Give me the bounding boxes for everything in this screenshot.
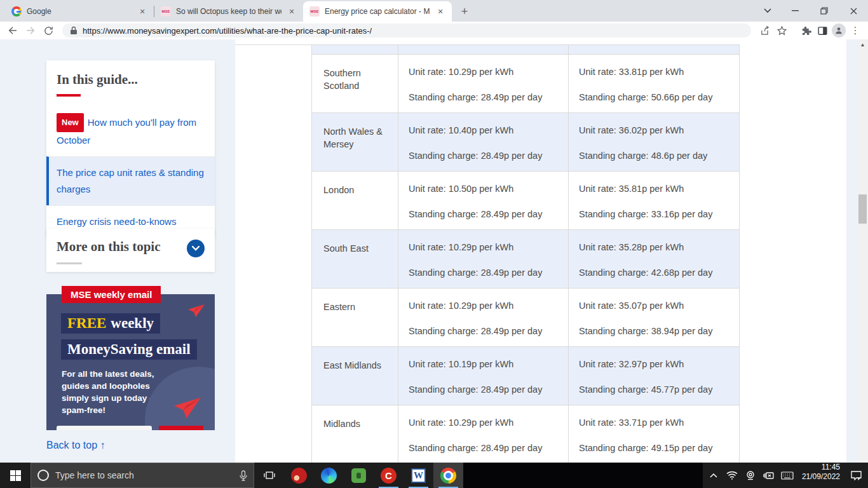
new-badge: New <box>57 113 84 132</box>
article-content-area: Southern Scotland Unit rate: 10.29p per … <box>235 39 846 463</box>
price-cap-table: Southern Scotland Unit rate: 10.29p per … <box>311 45 740 463</box>
forward-icon[interactable] <box>23 23 38 38</box>
standing-charge: Standing charge: 50.66p per day <box>579 92 712 102</box>
in-this-guide-card: In this guide... NewHow much you'll pay … <box>46 60 215 238</box>
taskbar-app-word[interactable]: W <box>403 463 433 488</box>
bookmark-star-icon[interactable] <box>774 23 789 38</box>
newsletter-line2: MoneySaving email <box>61 339 197 360</box>
tab-title: Google <box>27 7 132 16</box>
tab-price-cap-calculator[interactable]: MSE Energy price cap calculator - Mon ✕ <box>303 1 452 22</box>
profile-avatar[interactable] <box>831 23 846 38</box>
standing-charge: Standing charge: 28.49p per day <box>409 92 542 102</box>
email-input-partial[interactable] <box>57 426 152 430</box>
taskbar-app-chrome[interactable] <box>433 463 463 488</box>
region-cell: South East <box>312 230 398 288</box>
free-highlight: FREE <box>67 315 106 331</box>
clock-date: 21/09/2022 <box>802 472 840 482</box>
table-row-partial <box>312 45 739 55</box>
action-center-button[interactable] <box>844 463 868 488</box>
restore-button[interactable] <box>810 0 839 22</box>
tab-octopus-article[interactable]: MSE So will Octopus keep to their wor ✕ <box>154 1 303 22</box>
more-on-this-topic-card: More on this topic <box>46 229 215 272</box>
minimize-button[interactable] <box>780 0 810 22</box>
sidebar-item-unit-rates[interactable]: The price cap unit rates & standing char… <box>46 156 215 205</box>
word-icon: W <box>411 468 426 483</box>
scrollbar-thumb[interactable] <box>858 194 867 224</box>
close-window-button[interactable] <box>839 0 868 22</box>
standing-charge: Standing charge: 45.77p per day <box>579 384 712 395</box>
task-view-button[interactable] <box>254 463 284 488</box>
gas-cell: Unit rate: 10.29p per kWh Standing charg… <box>398 55 569 112</box>
webcam-icon[interactable] <box>743 471 757 480</box>
task-view-icon <box>263 470 276 480</box>
search-placeholder-text: Type here to search <box>55 470 233 480</box>
guide-card-title: In this guide... <box>46 72 215 88</box>
gas-cell: Unit rate: 10.50p per kWh Standing charg… <box>398 172 569 229</box>
page-viewport: Southern Scotland Unit rate: 10.29p per … <box>0 39 868 463</box>
gas-cell: Unit rate: 10.40p per kWh Standing charg… <box>398 113 569 171</box>
reload-icon[interactable] <box>41 23 56 38</box>
new-tab-button[interactable]: + <box>456 3 473 20</box>
standing-charge: Standing charge: 49.15p per day <box>579 443 712 453</box>
table-row: Midlands Unit rate: 10.29p per kWh Stand… <box>312 405 739 463</box>
standing-charge: Standing charge: 33.16p per day <box>579 209 712 219</box>
electricity-cell: Unit rate: 35.28p per kWh Standing charg… <box>569 230 739 288</box>
tab-close-icon[interactable]: ✕ <box>287 6 297 17</box>
browser-menu-icon[interactable]: ⋮ <box>848 23 863 38</box>
power-plug-icon[interactable] <box>762 471 776 480</box>
clock-time: 11:45 <box>802 463 840 472</box>
start-button[interactable] <box>0 463 31 488</box>
red-underline <box>57 94 81 97</box>
wifi-icon[interactable] <box>725 471 739 480</box>
table-row: Southern Scotland Unit rate: 10.29p per … <box>312 55 739 113</box>
region-cell: North Wales & Mersey <box>312 113 398 171</box>
standing-charge: Standing charge: 48.6p per day <box>579 151 707 161</box>
taskbar-app-vpn[interactable] <box>344 463 374 488</box>
table-row: South East Unit rate: 10.29p per kWh Sta… <box>312 230 739 288</box>
taskbar-app-edge[interactable] <box>314 463 344 488</box>
cortana-icon <box>37 470 49 481</box>
taskbar-app-ccleaner[interactable]: C <box>374 463 403 488</box>
taskbar-search-box[interactable]: Type here to search <box>31 463 254 488</box>
region-cell: Midlands <box>312 405 398 463</box>
tab-close-icon[interactable]: ✕ <box>137 6 147 17</box>
table-row: Eastern Unit rate: 10.29p per kWh Standi… <box>312 288 739 347</box>
taskbar-app-red[interactable] <box>284 463 314 488</box>
chrome-icon <box>440 468 456 484</box>
unit-rate: Unit rate: 35.07p per kWh <box>579 301 684 311</box>
unit-rate: Unit rate: 35.28p per kWh <box>579 242 684 252</box>
gas-cell: Unit rate: 10.29p per kWh Standing charg… <box>398 230 569 288</box>
browser-tabstrip: Google ✕ MSE So will Octopus keep to the… <box>0 0 868 22</box>
sidebar-item-october[interactable]: NewHow much you'll pay from October <box>46 105 215 156</box>
address-bar[interactable]: https://www.moneysavingexpert.com/utilit… <box>62 24 751 37</box>
taskbar-clock[interactable]: 11:45 21/09/2022 <box>798 463 844 488</box>
keyboard-icon[interactable] <box>780 471 794 480</box>
microphone-icon[interactable] <box>240 470 247 481</box>
extensions-puzzle-icon[interactable] <box>798 23 813 38</box>
unit-rate: Unit rate: 10.19p per kWh <box>409 359 513 369</box>
side-panel-icon[interactable] <box>815 23 830 38</box>
red-app-icon <box>291 468 307 484</box>
expand-topic-button[interactable] <box>187 240 205 257</box>
mse-favicon-icon: MSE <box>309 6 320 17</box>
tab-close-icon[interactable]: ✕ <box>435 6 445 17</box>
sidebar-item-label: The price cap unit rates & standing char… <box>57 167 204 194</box>
google-favicon-icon <box>11 6 22 17</box>
tab-google[interactable]: Google ✕ <box>5 1 154 22</box>
unit-rate: Unit rate: 33.81p per kWh <box>579 67 684 77</box>
back-icon[interactable] <box>5 23 20 38</box>
more-topic-title: More on this topic <box>57 239 205 255</box>
share-icon[interactable] <box>757 23 773 38</box>
scroll-up-icon[interactable]: ▲ <box>857 39 868 50</box>
hidden-icons-chevron-icon[interactable] <box>707 473 721 478</box>
unit-rate: Unit rate: 10.50p per kWh <box>409 184 513 194</box>
page-scrollbar[interactable]: ▲ <box>857 39 868 463</box>
newsletter-line1: FREEweekly <box>61 313 160 334</box>
tab-search-chevron-icon[interactable] <box>755 0 780 22</box>
table-row: North Wales & Mersey Unit rate: 10.40p p… <box>312 113 739 172</box>
back-to-top-link[interactable]: Back to top ↑ <box>46 440 105 451</box>
signup-button-partial[interactable] <box>159 426 203 430</box>
gas-cell: Unit rate: 10.29p per kWh Standing charg… <box>398 405 569 463</box>
gas-cell: Unit rate: 10.19p per kWh Standing charg… <box>398 347 569 405</box>
tab-title: So will Octopus keep to their wor <box>176 7 281 16</box>
